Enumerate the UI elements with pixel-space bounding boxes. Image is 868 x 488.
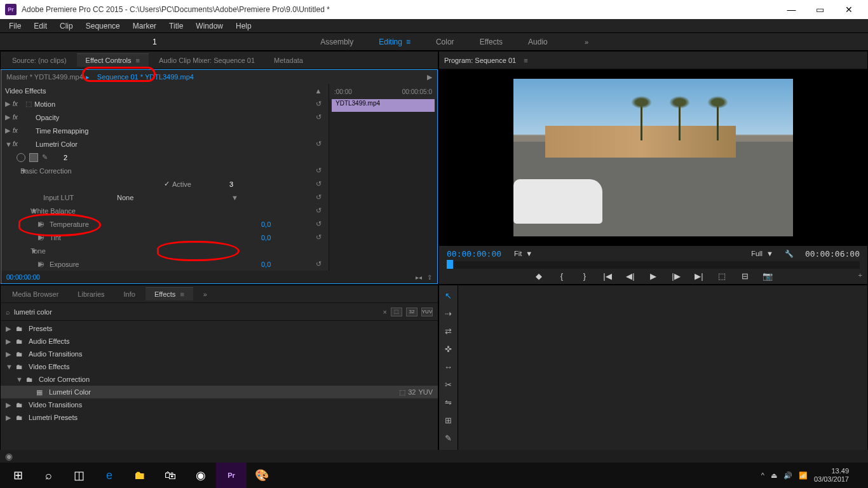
export-frame-button[interactable]: 📷: [762, 271, 773, 281]
selection-tool[interactable]: ↖: [442, 289, 455, 302]
tint-row[interactable]: ▶◷Tint0,0↺: [1, 231, 329, 244]
maximize-button[interactable]: ▭: [806, 0, 834, 19]
task-view-button[interactable]: ◫: [64, 463, 94, 488]
effect-lumetri-color[interactable]: ▼fxLumetri Color↺: [1, 137, 329, 151]
premiere-taskbar-icon[interactable]: Pr: [216, 463, 247, 488]
workspace-color[interactable]: Color: [436, 37, 454, 46]
panel-menu-icon[interactable]: ≡: [524, 57, 527, 64]
tab-source[interactable]: Source: (no clips): [3, 54, 76, 67]
program-timecode[interactable]: 00:00:00:00: [447, 249, 501, 259]
tint-value[interactable]: 0,0: [261, 234, 312, 241]
workspace-effects[interactable]: Effects: [480, 37, 503, 46]
step-forward-button[interactable]: |▶: [670, 271, 682, 281]
play-button[interactable]: ▶: [648, 271, 659, 281]
fx-color-correction[interactable]: ▼🖿Color Correction: [1, 373, 438, 386]
ripple-edit-tool[interactable]: ⇄: [442, 325, 455, 337]
menu-sequence[interactable]: Sequence: [79, 20, 126, 32]
pen-tool[interactable]: ✎: [442, 431, 455, 444]
extract-button[interactable]: ⊟: [739, 271, 750, 281]
exposure-row[interactable]: ▶◷Exposure0,0↺: [1, 257, 329, 271]
tray-wifi-icon[interactable]: 📶: [799, 471, 808, 480]
close-button[interactable]: ✕: [834, 0, 863, 19]
menu-clip[interactable]: Clip: [53, 20, 79, 32]
stopwatch-icon[interactable]: ◷: [38, 260, 47, 268]
program-video-area[interactable]: [439, 69, 867, 246]
resolution-dropdown[interactable]: Full▼: [751, 250, 773, 257]
tray-chevron-icon[interactable]: ^: [761, 471, 764, 479]
tab-menu-icon[interactable]: ≡: [136, 57, 140, 64]
play-icon[interactable]: ▶: [427, 73, 432, 81]
file-explorer-icon[interactable]: 🖿: [125, 463, 155, 488]
system-tray[interactable]: ^ ⏏ 🔊 📶 13.49 03/03/2017: [761, 467, 865, 484]
stopwatch-icon[interactable]: ◷: [38, 220, 47, 228]
slip-tool[interactable]: ⇋: [442, 396, 455, 409]
reset-icon[interactable]: ↺: [312, 220, 325, 228]
rate-stretch-tool[interactable]: ↔: [442, 360, 455, 373]
fx-lumetri-color[interactable]: ▦Lumetri Color⬚32YUV: [1, 386, 438, 398]
track-select-tool[interactable]: ⇢: [442, 307, 455, 320]
menu-help[interactable]: Help: [229, 20, 258, 32]
fx-video-transitions[interactable]: ▶🖿Video Transitions: [1, 398, 438, 411]
reset-icon[interactable]: ↺: [312, 100, 325, 108]
workspace-audio[interactable]: Audio: [528, 37, 548, 46]
effects-search-input[interactable]: [14, 308, 379, 316]
zoom-fit-dropdown[interactable]: Fit▼: [514, 250, 532, 257]
pen-mask-icon[interactable]: ✎: [42, 153, 51, 162]
creative-cloud-icon[interactable]: ◉: [5, 451, 13, 461]
checkbox-checked-icon[interactable]: ✓: [164, 180, 170, 188]
white-balance-row[interactable]: ▼White Balance↺: [1, 204, 329, 217]
ec-clip-strip[interactable]: YDTL3499.mp4: [332, 99, 435, 112]
reset-icon[interactable]: ↺: [312, 140, 325, 148]
reset-icon[interactable]: ↺: [312, 233, 325, 241]
export-icon[interactable]: ⇪: [427, 274, 432, 281]
chevron-down-icon[interactable]: ▼: [231, 194, 238, 201]
menu-file[interactable]: File: [3, 20, 27, 32]
rolling-edit-tool[interactable]: ✜: [442, 342, 455, 355]
tab-audio-mixer[interactable]: Audio Clip Mixer: Sequence 01: [150, 54, 264, 67]
step-back-button[interactable]: ◀|: [625, 271, 636, 281]
edge-icon[interactable]: e: [94, 463, 125, 488]
tab-effect-controls[interactable]: Effect Controls ≡: [77, 53, 149, 67]
menu-edit[interactable]: Edit: [27, 20, 53, 32]
slide-tool[interactable]: ⊞: [442, 414, 455, 426]
input-lut-row[interactable]: Input LUTNone▼↺: [1, 191, 329, 204]
reset-icon[interactable]: ↺: [312, 207, 325, 215]
temperature-value[interactable]: 0,0: [261, 220, 312, 228]
tab-libraries[interactable]: Libraries: [69, 288, 113, 301]
tab-menu-icon[interactable]: ≡: [180, 290, 184, 298]
effect-time-remapping[interactable]: ▶fxTime Remapping: [1, 124, 329, 137]
button-editor-icon[interactable]: +: [858, 271, 862, 279]
menu-window[interactable]: Window: [189, 20, 229, 32]
lift-button[interactable]: ⬚: [716, 271, 728, 281]
go-to-out-button[interactable]: ▶|: [693, 271, 705, 281]
effect-motion[interactable]: ▶fx⬚Motion↺: [1, 97, 329, 111]
mark-out-button[interactable]: }: [579, 271, 590, 281]
fx-lumetri-presets[interactable]: ▶🖿Lumetri Presets: [1, 411, 438, 424]
razor-tool[interactable]: ✂: [442, 378, 455, 391]
fx-presets[interactable]: ▶🖿Presets: [1, 322, 438, 335]
section-toggle-icon[interactable]: ▲: [312, 87, 325, 95]
ec-footer-timecode[interactable]: 00:00:00:00: [6, 274, 40, 281]
fx-audio-effects[interactable]: ▶🖿Audio Effects: [1, 335, 438, 348]
reset-icon[interactable]: ↺: [312, 113, 325, 121]
start-button[interactable]: ⊞: [3, 463, 33, 488]
reset-icon[interactable]: ↺: [312, 180, 325, 188]
ec-sequence-label[interactable]: Sequence 01 * YDTL3499.mp4: [97, 73, 194, 81]
fx-badge-yuv[interactable]: YUV: [421, 308, 433, 316]
store-icon[interactable]: 🛍: [155, 463, 186, 488]
effect-opacity[interactable]: ▶fxOpacity↺: [1, 111, 329, 124]
menu-title[interactable]: Title: [163, 20, 189, 32]
temperature-row[interactable]: ▶◷Temperature0,0↺: [1, 217, 329, 231]
chrome-icon[interactable]: ◉: [186, 463, 216, 488]
workspace-menu-icon[interactable]: ≡: [406, 37, 410, 46]
workspace-assembly[interactable]: Assembly: [320, 37, 353, 46]
reset-icon[interactable]: ↺: [312, 260, 325, 268]
active-checkbox-row[interactable]: ✓Active3↺: [1, 177, 329, 191]
workspace-overflow[interactable]: »: [585, 38, 588, 46]
tab-media-browser[interactable]: Media Browser: [3, 288, 67, 301]
tray-clock[interactable]: 13.49 03/03/2017: [814, 467, 849, 484]
reset-icon[interactable]: ↺: [312, 166, 325, 175]
tray-volume-icon[interactable]: 🔊: [783, 471, 792, 480]
exposure-value[interactable]: 0,0: [261, 261, 312, 268]
input-lut-dropdown[interactable]: None: [117, 194, 231, 201]
